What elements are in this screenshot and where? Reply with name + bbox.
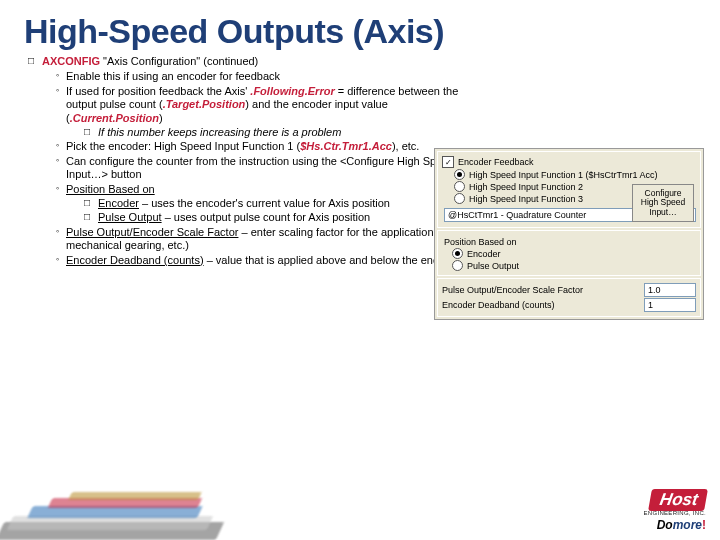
bullet-problem-note: If this number keeps increasing there is… — [84, 126, 502, 139]
current-pos-prop: .Current.Position — [70, 112, 159, 124]
decorative-smear — [0, 470, 320, 540]
bullet-enable: Enable this if using an encoder for feed… — [56, 70, 470, 83]
txt: ) — [159, 112, 163, 124]
slide-title: High-Speed Outputs (Axis) — [0, 0, 720, 55]
host-logo: Host — [648, 489, 708, 511]
txt: Encoder — [98, 197, 139, 209]
txt: more — [673, 518, 702, 532]
scale-factor-input[interactable]: 1.0 — [644, 283, 696, 297]
pb-pulse-option[interactable]: Pulse Output — [452, 260, 696, 271]
txt: – uses output pulse count for Axis posit… — [162, 211, 371, 223]
radio-icon — [454, 169, 465, 180]
txt: Do — [657, 518, 673, 532]
axconfig-label: AXCONFIG — [42, 55, 100, 67]
radio-icon — [452, 248, 463, 259]
following-error-prop: .Following.Error — [250, 85, 334, 97]
deadband-label: Encoder Deadband (counts) — [442, 300, 640, 310]
txt: High Speed Input Function 3 — [469, 194, 583, 204]
txt: Encoder — [467, 249, 501, 259]
axconfig-rest: "Axis Configuration" (continued) — [100, 55, 258, 67]
txt: ), etc. — [392, 140, 420, 152]
target-pos-prop: .Target.Position — [163, 98, 246, 110]
radio-icon — [452, 260, 463, 271]
encoder-feedback-checkbox[interactable]: ✓Encoder Feedback — [442, 156, 696, 168]
txt: If used for position feedback the Axis' — [66, 85, 250, 97]
domore-logo: Domore! — [644, 518, 706, 532]
checkbox-icon: ✓ — [442, 156, 454, 168]
txt: High Speed Input Function 1 ($HsCtrTmr1 … — [469, 170, 658, 180]
txt: Encoder Feedback — [458, 157, 534, 167]
bullet-pick-encoder: Pick the encoder: High Speed Input Funct… — [56, 140, 470, 153]
txt: Pulse Output — [467, 261, 519, 271]
bullet-configure-counter: Can configure the counter from the instr… — [56, 155, 470, 182]
hs-acc-prop: $Hs.Ctr.Tmr1.Acc — [300, 140, 392, 152]
logo-block: Host ENGINEERING, INC. Domore! — [644, 489, 706, 532]
pb-encoder-option[interactable]: Encoder — [452, 248, 696, 259]
deadband-input[interactable]: 1 — [644, 298, 696, 312]
txt: ! — [702, 518, 706, 532]
screenshot-encoder-config: ✓Encoder Feedback High Speed Input Funct… — [434, 148, 704, 320]
txt: Encoder Deadband (counts) — [66, 254, 204, 266]
txt: – uses the encoder's current value for A… — [139, 197, 390, 209]
txt: Pulse Output — [98, 211, 162, 223]
bullet-following-error: If used for position feedback the Axis' … — [56, 85, 470, 125]
scale-factor-label: Pulse Output/Encoder Scale Factor — [442, 285, 640, 295]
txt: Pick the encoder: High Speed Input Funct… — [66, 140, 300, 152]
radio-icon — [454, 193, 465, 204]
radio-icon — [454, 181, 465, 192]
txt: Position Based on — [66, 183, 155, 195]
position-based-label: Position Based on — [444, 237, 696, 247]
configure-hsi-button[interactable]: Configure High Speed Input… — [632, 184, 694, 222]
txt: High Speed Input Function 2 — [469, 182, 583, 192]
txt: Pulse Output/Encoder Scale Factor — [66, 226, 238, 238]
hsi-option-1[interactable]: High Speed Input Function 1 ($HsCtrTmr1 … — [454, 169, 696, 180]
bullet-axconfig: AXCONFIG "Axis Configuration" (continued… — [28, 55, 700, 68]
